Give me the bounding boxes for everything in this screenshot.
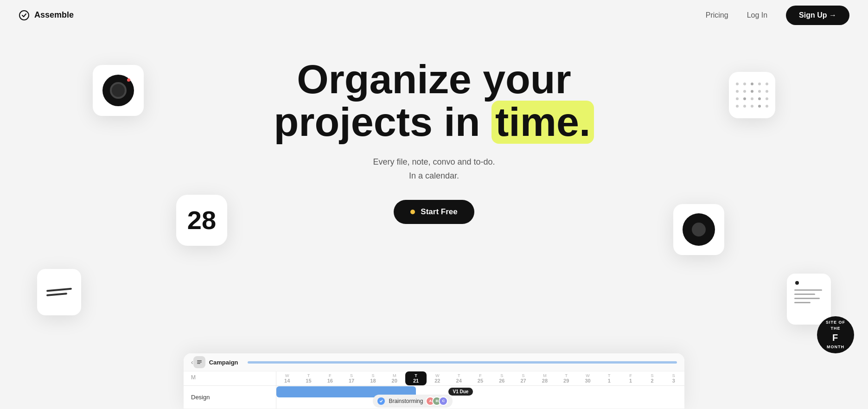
calendar-section-header: ‹ Campaign [184,353,684,371]
logo[interactable]: Assemble [19,10,74,21]
title-line1: Organize your [297,56,571,102]
date-cell: S2 [641,371,663,385]
date-cell: S18 [362,371,383,385]
date-cell: F1 [620,371,641,385]
note-r-line [794,294,815,295]
knob-inner [692,223,706,236]
task-label: Brainstorming [389,398,423,404]
title-highlight: time. [491,101,594,143]
date-cell: S27 [512,371,534,385]
note-dot [795,281,799,285]
check-icon [377,397,385,405]
date-cell: W30 [577,371,598,385]
note-r-line [794,298,820,299]
date-cell: W14 [276,371,298,385]
svg-rect-2 [197,362,202,363]
section-icon [193,356,205,368]
timeline-header: M W14T15F16S17S18M20T21W22T24F25S26S27M2… [184,371,684,386]
date-cell: S3 [663,371,684,385]
month-label: M [191,374,196,381]
campaign-title: Campaign [209,359,238,366]
row-name-design: Design [184,386,276,409]
logo-text: Assemble [34,10,74,20]
login-link[interactable]: Log In [747,11,767,19]
note-line [46,293,67,296]
signup-button[interactable]: Sign Up → [786,6,849,25]
cta-label: Start Free [421,207,457,217]
date-cell: W22 [427,371,448,385]
date-cell: M20 [384,371,405,385]
date-cell: S17 [341,371,362,385]
date-cell: T1 [599,371,620,385]
pricing-link[interactable]: Pricing [706,11,728,19]
logo-icon [19,10,30,21]
date-cell: F25 [470,371,491,385]
nav-links: Pricing Log In Sign Up → [706,6,849,25]
dates-row: W14T15F16S17S18M20T21W22T24F25S26S27M28T… [276,371,684,385]
milestone-v1due: V1 Due [448,388,473,396]
note-widget-left [37,269,81,315]
note-widget-right [787,274,831,325]
note-r-line [794,302,811,303]
hero-subtitle: Every file, note, convo and to-do. In a … [373,155,495,183]
date-cell: T29 [555,371,577,385]
date-cell: S26 [491,371,512,385]
design-label: Design [191,394,210,401]
award-text: SITE OF THE F MONTH [826,320,845,350]
row-body-design: V1 Due Brainstorming A B C [276,386,684,409]
award-badge: SITE OF THE F MONTH [817,316,854,353]
navbar: Assemble Pricing Log In Sign Up → [0,0,868,30]
cal-nav-back[interactable]: ‹ [191,358,193,366]
note-lines [46,289,72,295]
subtitle-line1: Every file, note, convo and to-do. [373,157,495,166]
svg-rect-3 [197,363,200,364]
cta-button[interactable]: Start Free [394,200,474,224]
cta-dot [410,210,415,214]
list-icon [196,359,203,365]
note-r-line [794,289,822,291]
calendar-preview: ‹ Campaign M W14T15F16S17S18M20T21W22T24… [184,353,684,409]
hero-title: Organize your projects in time. [274,58,594,144]
label-col-header: M [184,371,276,385]
avatars: A B C [428,396,448,406]
date-cell: M28 [534,371,555,385]
today-date-cell: T21 [405,371,427,385]
date-cell: T15 [298,371,319,385]
hero-section: Organize your projects in time. Every fi… [0,30,868,224]
title-line2-start: projects in [274,99,491,145]
avatar: C [439,396,448,406]
note-line [46,288,72,292]
svg-rect-1 [197,360,202,361]
subtitle-line2: In a calendar. [409,171,459,180]
task-chip-brainstorming: Brainstorming A B C [373,395,453,408]
svg-point-0 [19,11,29,20]
date-cell: T24 [448,371,470,385]
calendar-row-design: Design V1 Due Brainstorming A B C [184,386,684,409]
campaign-gantt-bar [248,361,677,364]
date-cell: F16 [319,371,341,385]
